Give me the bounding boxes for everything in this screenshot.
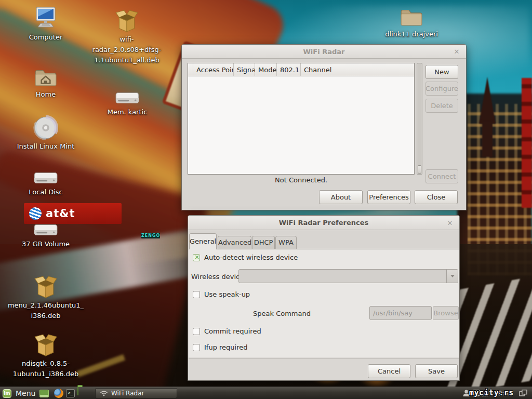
tab-wpa[interactable]: WPA (275, 236, 297, 249)
desktop-icon-label: dlink11 drajveri (385, 29, 438, 39)
desktop-icon-label: ndisgtk_0.8.5-1ubuntu1_i386.deb (7, 358, 84, 379)
access-point-list[interactable]: Access Point Signal Mode 802.11 Channel (188, 63, 415, 175)
wifi-icon (100, 390, 108, 396)
commit-required-checkbox[interactable] (193, 328, 200, 335)
close-icon[interactable]: ✕ (445, 219, 455, 228)
column-signal[interactable]: Signal (234, 63, 255, 76)
home-folder-icon (33, 66, 58, 88)
cancel-button[interactable]: Cancel (368, 364, 410, 378)
dropdown-arrow-button[interactable] (446, 270, 458, 283)
connection-status: Not Connected. (188, 176, 415, 184)
taskbar: lm Menu >_ WiFi Radar (0, 387, 532, 399)
menu-button[interactable]: lm (3, 387, 11, 399)
column-channel[interactable]: Channel (301, 63, 414, 76)
att-sign: at&t (24, 203, 122, 224)
wireless-device-value (239, 270, 446, 283)
wifi-radar-task-button[interactable]: WiFi Radar (95, 388, 177, 398)
speak-command-input[interactable] (369, 306, 432, 320)
window-title: WiFi Radar Preferences (279, 219, 368, 227)
wallpaper-building-decor (457, 94, 532, 312)
configure-button[interactable]: Configure (425, 82, 458, 96)
show-desktop-button[interactable] (39, 387, 49, 399)
preferences-window: WiFi Radar Preferences ✕ General Advance… (188, 215, 460, 381)
header-stub (188, 63, 193, 76)
wifi-radar-titlebar[interactable]: WiFi Radar ✕ (182, 45, 466, 59)
desktop-icon-computer[interactable]: Computer (7, 6, 85, 43)
att-globe-icon (29, 207, 42, 220)
wireless-device-dropdown[interactable] (238, 269, 458, 283)
wallpaper-spire-decor (482, 121, 493, 157)
connect-button[interactable]: Connect (425, 169, 458, 183)
window-title: WiFi Radar (303, 48, 345, 56)
column-access-point[interactable]: Access Point (193, 63, 234, 76)
desktop-icon-dlink11-folder[interactable]: dlink11 drajveri (373, 6, 450, 39)
desktop-icon-label: menu_2.1.46ubuntu1_i386.deb (7, 300, 84, 321)
list-header: Access Point Signal Mode 802.11 Channel (188, 63, 414, 76)
close-button[interactable]: Close (415, 190, 458, 204)
removable-drive-icon (115, 91, 140, 106)
desktop-icon-label: wifi-radar_2.0.s08+dfsg-1.1ubuntu1_all.d… (87, 34, 166, 65)
tab-advanced[interactable]: Advanced (218, 236, 251, 249)
menu-label[interactable]: Menu (16, 387, 35, 399)
folder-icon (77, 387, 78, 395)
desktop-icon-label: Local Disc (29, 187, 62, 197)
wallpaper-windows-decor (468, 104, 532, 275)
wallpaper-spire-decor (479, 77, 496, 124)
desktop-icon-37gb-volume[interactable]: 37 GB Volume (7, 223, 85, 249)
about-button[interactable]: About (319, 190, 363, 204)
wallpaper-red-sign-decor (522, 78, 532, 208)
chevron-down-icon (450, 275, 455, 277)
auto-detect-checkbox[interactable] (193, 254, 200, 261)
use-speakup-label: Use speak-up (204, 290, 250, 298)
wireless-device-label: Wireless device (191, 273, 244, 281)
desktop-icon-menu-deb[interactable]: menu_2.1.46ubuntu1_i386.deb (7, 275, 84, 321)
computer-icon (33, 6, 59, 31)
desktop-icon-mem-kartic[interactable]: Mem. kartic (88, 91, 166, 117)
ifup-required-label: Ifup required (204, 343, 248, 351)
show-desktop-icon (39, 390, 49, 397)
watermark: mycity.rs (469, 388, 514, 397)
scrollbar-thumb[interactable] (418, 165, 421, 174)
column-mode[interactable]: Mode (255, 63, 277, 76)
browse-button[interactable]: Browse (433, 306, 459, 320)
tab-general[interactable]: General (189, 233, 217, 249)
workspace-switcher-icon[interactable] (519, 389, 527, 398)
use-speakup-checkbox[interactable] (193, 291, 200, 298)
deb-package-icon (34, 334, 58, 357)
close-icon[interactable]: ✕ (452, 47, 461, 57)
desktop: at&t at&t washington sports clubs ZENGO (0, 0, 532, 387)
deb-package-icon (115, 9, 139, 33)
tab-dhcp[interactable]: DHCP (252, 236, 275, 249)
terminal-launcher[interactable]: >_ (66, 387, 75, 399)
speak-command-label: Speak Command (253, 310, 311, 317)
desktop-icon-home[interactable]: Home (7, 66, 85, 100)
att-sign-text: at&t (46, 207, 75, 220)
desktop-icon-local-disc[interactable]: Local Disc (7, 171, 85, 197)
delete-button[interactable]: Delete (425, 99, 458, 113)
preferences-button[interactable]: Preferences (367, 190, 410, 204)
desktop-icon-label: 37 GB Volume (22, 239, 70, 249)
desktop-icon-label: Computer (29, 32, 63, 43)
preferences-titlebar[interactable]: WiFi Radar Preferences ✕ (188, 216, 459, 230)
desktop-icon-label: Install Linux Mint (17, 141, 75, 152)
column-80211[interactable]: 802.11 (277, 63, 301, 76)
auto-detect-label: Auto-detect wireless device (204, 254, 298, 261)
zengo-sign: ZENGO (141, 233, 160, 238)
desktop-icon-install-linux-mint[interactable]: Install Linux Mint (7, 115, 85, 152)
desktop-icon-label: Mem. kartic (108, 107, 148, 117)
firefox-launcher[interactable] (54, 387, 63, 399)
mint-logo-icon: lm (3, 389, 11, 398)
file-manager-launcher[interactable] (77, 387, 78, 395)
new-button[interactable]: New (425, 65, 458, 79)
hard-drive-icon (33, 171, 58, 186)
wifi-radar-window: WiFi Radar ✕ Access Point Signal Mode 80… (181, 44, 467, 210)
desktop-icon-wifi-radar-deb[interactable]: wifi-radar_2.0.s08+dfsg-1.1ubuntu1_all.d… (87, 9, 166, 65)
save-button[interactable]: Save (415, 364, 458, 378)
ifup-required-checkbox[interactable] (193, 344, 200, 351)
list-scrollbar[interactable] (417, 63, 422, 175)
screen: at&t at&t washington sports clubs ZENGO (0, 0, 532, 399)
cd-disc-icon (33, 115, 58, 140)
folder-icon (399, 6, 424, 28)
deb-package-icon (34, 275, 58, 299)
desktop-icon-ndisgtk-deb[interactable]: ndisgtk_0.8.5-1ubuntu1_i386.deb (7, 334, 84, 379)
